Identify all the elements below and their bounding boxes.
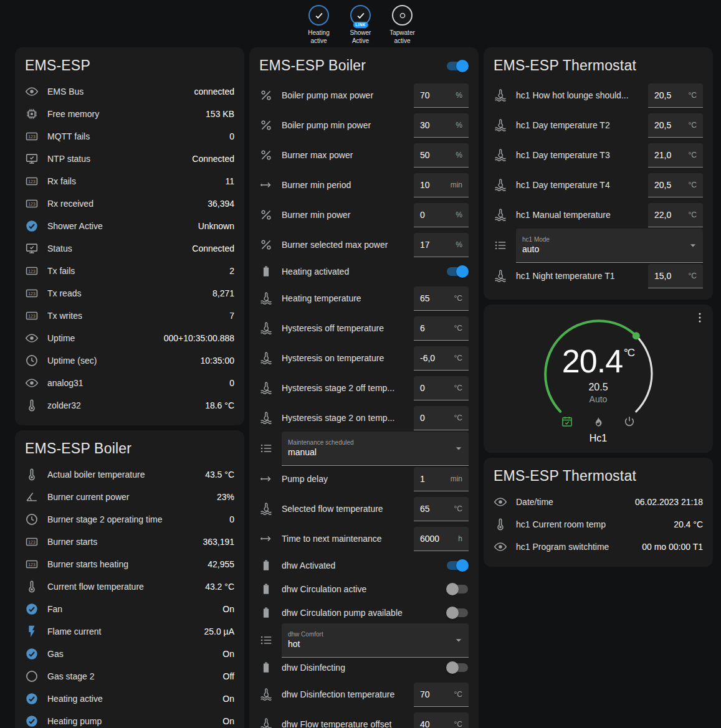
entity-row[interactable]: Boiler pump min power30% [259, 110, 469, 140]
entity-row[interactable]: 123Tx reads8,271 [25, 282, 234, 305]
entity-row[interactable]: Maintenance scheduledmanual [259, 433, 469, 464]
entity-row[interactable]: Hysteresis off temperature6°C [259, 313, 469, 343]
toggle-switch[interactable] [446, 607, 469, 619]
number-input[interactable]: 40°C [414, 712, 469, 728]
entity-row[interactable]: Heating activeOn [25, 688, 234, 710]
entity-row[interactable]: Free memory153 KB [25, 103, 234, 125]
entity-row[interactable]: Boiler pump max power70% [259, 80, 469, 110]
entity-row[interactable]: Burner current power23% [25, 486, 234, 508]
entity-row[interactable]: 123Burner starts363,191 [25, 531, 234, 553]
toggle-switch[interactable] [446, 559, 469, 572]
number-input[interactable]: 10min [414, 173, 469, 197]
entity-row[interactable]: StatusConnected [25, 237, 234, 260]
number-input[interactable]: -6,0°C [414, 346, 469, 371]
number-input[interactable]: 20,5°C [648, 173, 703, 197]
number-input[interactable]: 17% [414, 233, 469, 257]
entity-row[interactable]: hc1 Manual temperature22,0°C [494, 200, 703, 230]
entity-row[interactable]: Burner max power50% [259, 140, 469, 170]
number-input[interactable]: 65°C [414, 286, 469, 311]
entity-row[interactable]: Hysteresis stage 2 on temp...0°C [259, 403, 469, 433]
entity-row[interactable]: hc1 How hot lounge should...20,5°C [494, 80, 703, 110]
number-input[interactable]: 50% [414, 143, 469, 168]
entity-row[interactable]: Flame current25.0 µA [25, 620, 234, 643]
toggle-switch[interactable] [446, 661, 469, 674]
entity-row[interactable]: hc1 Modeauto [494, 230, 703, 261]
entity-row[interactable]: dhw Circulation pump available [259, 601, 469, 625]
entity-row[interactable]: Heating pumpOn [25, 710, 234, 728]
entity-row[interactable]: 123Rx fails11 [25, 170, 234, 192]
number-input[interactable]: 30% [414, 113, 469, 138]
number-input[interactable]: 21,0°C [648, 143, 703, 168]
entity-row[interactable]: 123Tx writes7 [25, 305, 234, 327]
select-input[interactable]: hc1 Modeauto [516, 229, 703, 263]
select-input[interactable]: Maintenance scheduledmanual [282, 432, 469, 466]
entity-row[interactable]: Gas stage 2Off [25, 665, 234, 688]
number-input[interactable]: 6°C [414, 316, 469, 341]
entity-row[interactable]: dhw Circulation active [259, 577, 469, 601]
entity-row[interactable]: hc1 Current room temp20.4 °C [494, 513, 703, 536]
entity-row[interactable]: Heating temperature65°C [259, 283, 469, 313]
entity-row[interactable]: hc1 Day temperature T420,5°C [494, 170, 703, 200]
entity-row[interactable]: hc1 Day temperature T220,5°C [494, 110, 703, 140]
power-icon[interactable] [623, 415, 636, 428]
number-input[interactable]: 70% [414, 83, 469, 108]
number-input[interactable]: 22,0°C [648, 203, 703, 227]
entity-row[interactable]: Burner stage 2 operating time0 [25, 508, 234, 531]
entity-row[interactable]: Time to next maintenance6000h [259, 524, 469, 554]
fire-icon[interactable] [592, 415, 604, 428]
number-input[interactable]: 15,0°C [648, 264, 703, 288]
toggle-switch[interactable] [446, 265, 469, 278]
status-badge[interactable]: LINKShower Active [343, 5, 379, 45]
entity-row[interactable]: Actual boiler temperature43.5 °C [25, 463, 234, 486]
entity-row[interactable]: analog310 [25, 372, 234, 394]
entity-row[interactable]: Selected flow temperature65°C [259, 494, 469, 524]
select-input[interactable]: dhw Comforthot [282, 623, 469, 658]
number-input[interactable]: 0°C [414, 406, 469, 430]
entity-row[interactable]: dhw Flow temperature offset40°C [259, 709, 469, 728]
entity-row[interactable]: Current flow temperature43.2 °C [25, 575, 234, 598]
number-input[interactable]: 20,5°C [648, 83, 703, 108]
entity-row[interactable]: 123Rx received36,394 [25, 192, 234, 215]
number-input[interactable]: 0% [414, 203, 469, 227]
entity-row[interactable]: Shower ActiveUnknown [25, 215, 234, 237]
entity-row[interactable]: Hysteresis on temperature-6,0°C [259, 343, 469, 373]
entity-row[interactable]: Burner min power0% [259, 200, 469, 230]
card-header-toggle[interactable] [446, 60, 469, 72]
calendar-check-icon[interactable] [561, 415, 573, 428]
entity-row[interactable]: dhw Activated [259, 554, 469, 577]
toggle-switch[interactable] [446, 583, 469, 595]
entity-row[interactable]: 123Burner starts heating42,955 [25, 553, 234, 575]
entity-row[interactable]: Heating activated [259, 260, 469, 283]
entity-row[interactable]: hc1 Night temperature T115,0°C [494, 261, 703, 291]
entity-row[interactable]: 123MQTT fails0 [25, 125, 234, 148]
status-badge[interactable]: Heating active [301, 5, 337, 45]
entity-label: Rx received [47, 199, 199, 209]
number-input[interactable]: 65°C [414, 497, 469, 521]
entity-row[interactable]: Burner selected max power17% [259, 230, 469, 260]
entity-row[interactable]: NTP statusConnected [25, 148, 234, 170]
entity-row[interactable]: FanOn [25, 598, 234, 620]
entity-row[interactable]: zolder3218.6 °C [25, 394, 234, 417]
entity-row[interactable]: dhw Disinfecting [259, 656, 469, 679]
entity-row[interactable]: hc1 Program switchtime00 mo 00:00 T1 [494, 536, 703, 558]
entity-row[interactable]: Pump delay1min [259, 464, 469, 494]
more-options-icon[interactable] [693, 311, 707, 324]
number-input[interactable]: 6000h [414, 527, 469, 551]
number-input[interactable]: 1min [414, 467, 469, 491]
status-badge[interactable]: Tapwater active [384, 5, 421, 45]
entity-row[interactable]: Uptime000+10:35:00.888 [25, 327, 234, 349]
entity-row[interactable]: Hysteresis stage 2 off temp...0°C [259, 373, 469, 403]
entity-row[interactable]: dhw Comforthot [259, 625, 469, 656]
number-input[interactable]: 0°C [414, 376, 469, 400]
entity-row[interactable]: Burner min period10min [259, 170, 469, 200]
entity-row[interactable]: EMS Busconnected [25, 80, 234, 103]
thermostat-dial[interactable]: 20.4°C20.5Auto [540, 316, 656, 432]
number-input[interactable]: 70°C [414, 683, 469, 707]
entity-row[interactable]: 123Tx fails2 [25, 260, 234, 282]
entity-row[interactable]: Uptime (sec)10:35:00 [25, 349, 234, 372]
entity-row[interactable]: GasOn [25, 643, 234, 665]
number-input[interactable]: 20,5°C [648, 113, 703, 138]
entity-row[interactable]: dhw Disinfection temperature70°C [259, 679, 469, 709]
entity-row[interactable]: Date/time06.02.2023 21:18 [494, 491, 703, 513]
entity-row[interactable]: hc1 Day temperature T321,0°C [494, 140, 703, 170]
